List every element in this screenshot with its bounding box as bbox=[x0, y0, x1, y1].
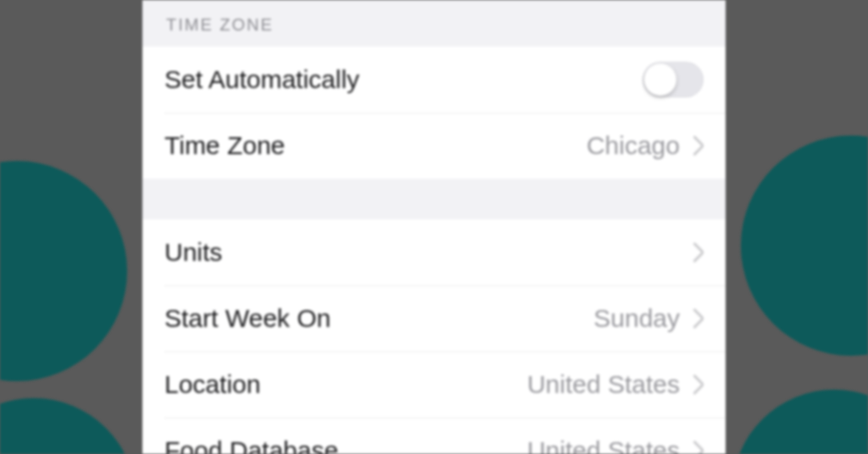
section-header-time-zone: TIME ZONE bbox=[142, 0, 726, 47]
row-start-week-on[interactable]: Start Week On Sunday bbox=[142, 285, 726, 352]
bg-circle bbox=[0, 161, 127, 381]
row-label: Time Zone bbox=[164, 131, 285, 160]
row-time-zone[interactable]: Time Zone Chicago bbox=[142, 113, 726, 179]
row-label: Location bbox=[164, 370, 260, 399]
row-label: Food Database bbox=[164, 436, 338, 454]
row-value: Chicago bbox=[587, 131, 680, 160]
row-units[interactable]: Units bbox=[142, 219, 726, 285]
toggle-set-automatically[interactable] bbox=[643, 62, 704, 97]
row-value: United States bbox=[527, 370, 680, 399]
chevron-right-icon bbox=[692, 136, 704, 156]
bg-circle bbox=[0, 398, 136, 454]
group-general: Units Start Week On Sunday Location Unit… bbox=[142, 219, 726, 454]
settings-panel: TIME ZONE Set Automatically Time Zone Ch… bbox=[142, 0, 726, 454]
section-gap bbox=[142, 179, 726, 219]
row-label: Set Automatically bbox=[164, 65, 359, 94]
row-value: Sunday bbox=[593, 304, 680, 333]
row-value: United States bbox=[527, 436, 680, 454]
bg-circle bbox=[732, 390, 868, 454]
row-food-database[interactable]: Food Database United States bbox=[142, 418, 726, 454]
chevron-right-icon bbox=[692, 308, 704, 329]
row-set-automatically[interactable]: Set Automatically bbox=[142, 47, 726, 113]
row-label: Start Week On bbox=[164, 304, 331, 333]
row-location[interactable]: Location United States bbox=[142, 352, 726, 418]
chevron-right-icon bbox=[692, 374, 704, 395]
toggle-knob bbox=[644, 64, 676, 96]
bg-circle bbox=[741, 136, 868, 356]
row-label: Units bbox=[164, 238, 222, 267]
group-time-zone: Set Automatically Time Zone Chicago bbox=[142, 47, 726, 179]
chevron-right-icon bbox=[692, 242, 704, 263]
chevron-right-icon bbox=[692, 440, 704, 454]
